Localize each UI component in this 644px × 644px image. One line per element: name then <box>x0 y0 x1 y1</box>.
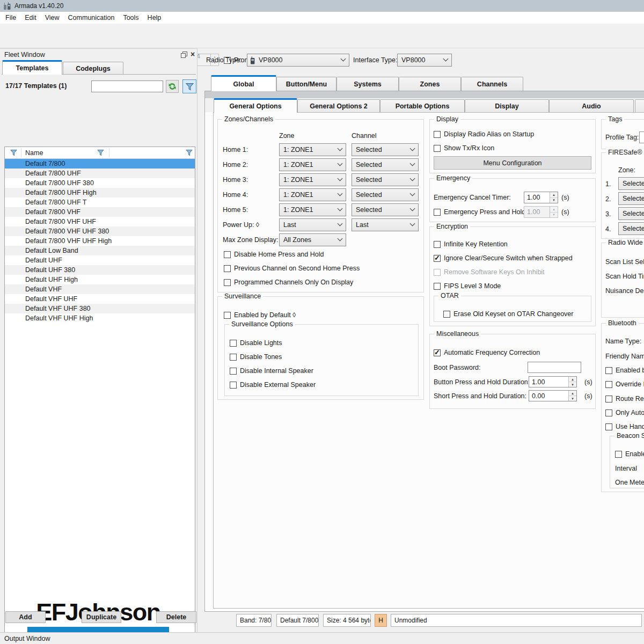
power-up-channel-combobox[interactable]: Last <box>352 218 419 231</box>
disable-home-press-checkbox[interactable]: Disable Home Press and Hold <box>224 250 324 259</box>
template-row[interactable]: Default VHF UHF 380 <box>5 304 195 313</box>
home4-zone-combobox[interactable]: 1: ZONE1 <box>279 188 346 201</box>
home5-zone-combobox[interactable]: 1: ZONE1 <box>279 203 346 216</box>
tab-zones[interactable]: Zones <box>399 77 461 91</box>
tab-templates[interactable]: Templates <box>2 60 62 75</box>
template-row[interactable]: Default 7/800 UHF T <box>5 197 195 207</box>
home3-zone-combobox[interactable]: 1: ZONE1 <box>279 173 346 186</box>
infinite-key-retention-checkbox[interactable]: Infinite Key Retention <box>434 240 508 248</box>
template-row[interactable]: Default 7/800 VHF UHF 380 <box>5 226 195 236</box>
bt-only-auto-checkbox[interactable]: Only Auto <box>605 408 644 417</box>
boot-password-input[interactable] <box>528 362 581 373</box>
emergency-press-hold-spinner[interactable]: 1.00▲▼ <box>524 206 558 218</box>
bt-override-checkbox[interactable]: Override M <box>605 380 644 389</box>
subtab-portable-options[interactable]: Portable Options <box>380 99 465 112</box>
filter-funnel-icon[interactable] <box>10 149 17 156</box>
spinner-arrows-icon[interactable]: ▲▼ <box>550 207 558 217</box>
emergency-press-hold-checkbox[interactable]: Emergency Press and Hold <box>434 208 525 216</box>
refresh-button[interactable] <box>166 80 179 93</box>
emergency-cancel-timer-spinner[interactable]: 1.00▲▼ <box>524 192 558 203</box>
template-row[interactable]: Default VHF UHF High <box>5 313 195 323</box>
delete-button[interactable]: Delete <box>156 611 196 623</box>
tab-button-menu[interactable]: Button/Menu <box>276 77 336 91</box>
show-tx-rx-icon-checkbox[interactable]: Show Tx/Rx Icon <box>434 144 494 152</box>
tab-channels[interactable]: Channels <box>461 77 523 91</box>
filter-funnel-icon[interactable] <box>186 149 193 156</box>
menu-configuration-button[interactable]: Menu Configuration <box>434 156 591 170</box>
template-row[interactable]: Default UHF High <box>5 275 195 284</box>
template-row[interactable]: Default 7/800 VHF UHF High <box>5 236 195 246</box>
firesafe-zone3-combobox[interactable]: Selected <box>618 207 644 220</box>
template-row[interactable]: Default VHF UHF <box>5 294 195 304</box>
erase-old-keyset-checkbox[interactable]: Erase Old Keyset on OTAR Changeover <box>443 310 574 318</box>
disable-lights-checkbox[interactable]: Disable Lights <box>230 339 282 347</box>
output-window-bar[interactable]: Output Window <box>0 632 644 644</box>
template-search-input[interactable] <box>91 80 163 92</box>
template-row[interactable]: Default VHF <box>5 284 195 294</box>
disable-internal-speaker-checkbox[interactable]: Disable Internal Speaker <box>230 367 313 375</box>
menu-help[interactable]: Help <box>143 12 166 24</box>
filter-toggle-button[interactable] <box>182 79 196 93</box>
radio-type-combobox[interactable]: VP8000 <box>247 54 349 67</box>
disable-external-speaker-checkbox[interactable]: Disable External Speaker <box>230 380 316 389</box>
template-row[interactable]: Default 7/800 UHF 380 <box>5 178 195 188</box>
firesafe-zone1-combobox[interactable]: Selected <box>618 177 644 190</box>
previous-channel-checkbox[interactable]: Previous Channel on Second Home Press <box>224 264 360 273</box>
disable-tones-checkbox[interactable]: Disable Tones <box>230 353 282 361</box>
subtab-general-options[interactable]: General Options <box>214 98 297 113</box>
beacon-enabled-checkbox[interactable]: Enabled <box>615 450 644 458</box>
template-row[interactable]: Default 7/800 UHF High <box>5 188 195 197</box>
ignore-clear-secure-checkbox[interactable]: Ignore Clear/Secure Switch when Strapped <box>434 254 573 262</box>
button-press-duration-spinner[interactable]: 1.00▲▼ <box>529 376 577 387</box>
home2-zone-combobox[interactable]: 1: ZONE1 <box>279 158 346 171</box>
tab-systems[interactable]: Systems <box>336 77 399 91</box>
fips-level-3-checkbox[interactable]: FIPS Level 3 Mode <box>434 282 501 290</box>
tab-codeplugs[interactable]: Codeplugs <box>63 62 123 75</box>
programmed-channels-checkbox[interactable]: Programmed Channels Only On Display <box>224 278 353 287</box>
display-radio-alias-checkbox[interactable]: Display Radio Alias on Startup <box>434 130 534 138</box>
close-icon[interactable]: × <box>191 50 195 58</box>
menu-tools[interactable]: Tools <box>119 12 143 24</box>
spinner-arrows-icon[interactable]: ▲▼ <box>568 391 576 401</box>
max-zone-display-combobox[interactable]: All Zones <box>279 233 346 246</box>
menu-edit[interactable]: Edit <box>20 12 41 24</box>
home5-channel-combobox[interactable]: Selected <box>352 203 419 216</box>
template-row[interactable]: Default UHF <box>5 255 195 265</box>
template-row[interactable]: Default 7/800 VHF UHF <box>5 217 195 226</box>
subtab-audio[interactable]: Audio <box>549 99 634 112</box>
home4-channel-combobox[interactable]: Selected <box>352 188 419 201</box>
home1-zone-combobox[interactable]: 1: ZONE1 <box>279 143 346 156</box>
short-press-duration-spinner[interactable]: 0.00▲▼ <box>529 390 577 401</box>
interface-type-combobox[interactable]: VP8000 <box>397 54 452 67</box>
home3-channel-combobox[interactable]: Selected <box>352 173 419 186</box>
menu-file[interactable]: File <box>1 12 20 24</box>
tab-global[interactable]: Global <box>211 75 276 91</box>
profile-tag-input[interactable] <box>639 131 644 143</box>
menu-view[interactable]: View <box>41 12 64 24</box>
power-up-zone-combobox[interactable]: Last <box>279 218 346 231</box>
bt-enabled-checkbox[interactable]: Enabled by <box>605 366 644 375</box>
template-row[interactable]: Default 7/800 UHF <box>5 169 195 178</box>
subtab-general-options-2[interactable]: General Options 2 <box>297 99 380 112</box>
template-row[interactable]: Default UHF 380 <box>5 265 195 275</box>
surveillance-enabled-checkbox[interactable]: Enabled by Default ◊ <box>224 311 296 319</box>
menu-communication[interactable]: Communication <box>64 12 119 24</box>
template-row[interactable]: Default Low Band <box>5 246 195 255</box>
filter-funnel-icon[interactable] <box>97 149 104 156</box>
subtab-partial[interactable] <box>635 99 644 112</box>
bt-route-checkbox[interactable]: Route Rec <box>605 394 644 403</box>
spinner-arrows-icon[interactable]: ▲▼ <box>550 192 558 203</box>
template-row[interactable]: Default 7/800 <box>5 159 195 169</box>
template-row[interactable]: Default 7/800 VHF <box>5 207 195 217</box>
duplicate-button[interactable]: Duplicate <box>82 611 121 623</box>
home1-channel-combobox[interactable]: Selected <box>352 143 419 156</box>
name-column-header[interactable]: Name <box>25 149 43 157</box>
subtab-display[interactable]: Display <box>465 99 549 112</box>
home2-channel-combobox[interactable]: Selected <box>352 158 419 171</box>
spinner-arrows-icon[interactable]: ▲▼ <box>568 377 576 387</box>
firesafe-zone4-combobox[interactable]: Selected <box>618 222 644 235</box>
add-button[interactable]: Add <box>5 611 46 623</box>
bt-use-hands-checkbox[interactable]: Use Hands <box>605 422 644 431</box>
automatic-frequency-correction-checkbox[interactable]: Automatic Frequency Correction <box>434 348 540 357</box>
firesafe-zone2-combobox[interactable]: Selected <box>618 192 644 205</box>
